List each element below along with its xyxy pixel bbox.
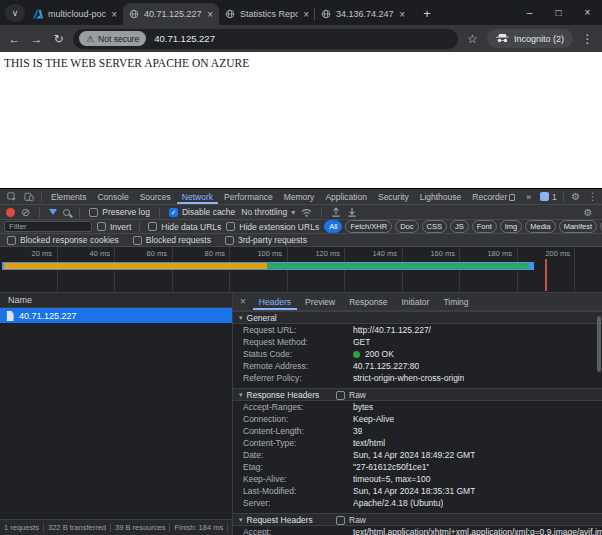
import-har-icon[interactable] [331,207,341,217]
tab-security[interactable]: Security [373,190,414,204]
header-value: strict-origin-when-cross-origin [353,372,464,384]
invert-checkbox[interactable]: Invert [97,222,131,232]
browser-tab-webserver[interactable]: 40.71.125.227 × [123,3,219,25]
header-key: Connection: [243,413,353,425]
hide-data-urls-checkbox[interactable]: Hide data URLs [148,222,221,232]
header-row: Referrer Policy: strict-origin-when-cros… [233,372,602,384]
window-controls: – □ × [515,0,602,25]
not-secure-chip[interactable]: ⚠ Not secure [79,31,146,46]
device-toolbar-icon[interactable] [21,192,37,202]
name-column-header[interactable]: Name [0,293,232,308]
filter-pill-img[interactable]: Img [500,220,523,233]
filter-pill-media[interactable]: Media [525,220,555,233]
details-tab-bar: × Headers Preview Response Initiator Tim… [233,293,602,311]
back-button[interactable]: ← [7,32,22,46]
close-tab-icon[interactable]: × [303,9,309,20]
tab-console[interactable]: Console [92,190,133,204]
close-window-button[interactable]: × [573,7,602,18]
inspect-element-icon[interactable] [4,192,20,202]
raw-checkbox[interactable]: Raw [336,390,366,400]
more-tabs-button[interactable]: » [521,190,536,204]
tab-search-button[interactable]: ∨ [5,4,25,22]
filter-pill-fetch-xhr[interactable]: Fetch/XHR [345,220,392,233]
header-key: Last-Modified: [243,485,353,497]
throttling-select[interactable]: No throttling ▾ [241,207,295,217]
filter-pill-doc[interactable]: Doc [395,220,418,233]
header-row: Content-Length: 39 [233,425,602,437]
record-network-log-button[interactable] [6,208,15,217]
scrollbar[interactable] [597,312,601,534]
network-settings-button[interactable]: ⚙ [580,207,596,218]
reload-button[interactable]: ↻ [51,32,66,46]
bookmark-star-icon[interactable]: ☆ [465,32,480,46]
tab-title: 40.71.125.227 [144,9,202,19]
response-headers-section-header[interactable]: ▾ Response Headers Raw [233,388,602,401]
browser-menu-button[interactable]: ⋮ [580,32,595,46]
minimize-button[interactable]: – [515,7,544,18]
raw-checkbox[interactable]: Raw [336,515,366,525]
tab-lighthouse[interactable]: Lighthouse [415,190,467,204]
filter-input[interactable] [4,221,92,232]
forward-button[interactable]: → [29,32,44,46]
checkbox-icon [225,236,234,245]
blocked-response-cookies-checkbox[interactable]: Blocked response cookies [7,235,119,245]
preserve-log-checkbox[interactable]: Preserve log [89,207,150,217]
tab-performance[interactable]: Performance [219,190,278,204]
header-value: text/html [353,437,385,449]
third-party-requests-checkbox[interactable]: 3rd-party requests [225,235,307,245]
tab-headers[interactable]: Headers [253,294,297,310]
filter-pill-manifest[interactable]: Manifest [559,220,597,233]
tab-sources[interactable]: Sources [135,190,176,204]
issues-button[interactable]: 1 [538,192,559,202]
disable-cache-checkbox[interactable]: ✓ Disable cache [169,207,235,217]
filter-pill-font[interactable]: Font [472,220,497,233]
general-section-header[interactable]: ▾ General [233,311,602,324]
scrollbar-thumb[interactable] [597,316,601,372]
search-icon[interactable] [63,209,70,216]
browser-tab-haproxy-ip[interactable]: 34.136.74.247 × [315,3,411,25]
load-event-line [545,259,547,291]
close-details-button[interactable]: × [240,296,246,307]
tab-application[interactable]: Application [320,190,372,204]
request-name: 40.71.125.227 [19,311,77,321]
clear-network-log-button[interactable]: ⊘ [21,207,30,217]
warning-icon: ⚠ [86,34,94,44]
browser-tab-multicloud[interactable]: multicloud-poc-machine × [27,3,123,25]
devtools-menu-button[interactable]: ⋮ [585,191,601,202]
request-headers-section-header[interactable]: ▾ Request Headers Raw [233,513,602,526]
filter-pill-all[interactable]: All [324,220,342,233]
devtools-settings-button[interactable]: ⚙ [568,191,584,202]
throttling-value: No throttling [241,207,287,217]
address-bar[interactable]: ⚠ Not secure 40.71.125.227 [73,29,458,49]
resources-size: 39 B resources [110,523,169,532]
requests-table: Name 40.71.125.227 [0,293,232,519]
incognito-icon [496,34,509,43]
hide-extension-urls-checkbox[interactable]: Hide extension URLs [226,222,319,232]
request-row[interactable]: 40.71.125.227 [0,308,232,323]
blocked-requests-checkbox[interactable]: Blocked requests [133,235,211,245]
checkbox-icon [336,391,345,400]
network-overview[interactable]: 20 ms 40 ms 60 ms 80 ms 100 ms 120 ms 14… [0,247,602,293]
close-tab-icon[interactable]: × [111,9,117,20]
filter-pill-css[interactable]: CSS [422,220,447,233]
tab-preview[interactable]: Preview [299,294,341,310]
close-tab-icon[interactable]: × [399,9,405,20]
tab-initiator[interactable]: Initiator [396,294,436,310]
browser-tab-statistics[interactable]: Statistics Report for HAP × [219,3,315,25]
filter-icon[interactable] [49,209,57,215]
maximize-button[interactable]: □ [544,7,573,18]
filter-pill-js[interactable]: JS [450,220,469,233]
network-conditions-icon[interactable] [301,207,312,218]
raw-label: Raw [349,515,366,525]
tab-recorder[interactable]: Recorder [467,190,520,204]
tab-elements[interactable]: Elements [46,190,91,204]
timeline-tick: 140 ms [357,249,397,258]
tab-memory[interactable]: Memory [279,190,320,204]
new-tab-button[interactable]: + [417,3,437,23]
divider [41,191,42,202]
tab-network[interactable]: Network [177,190,218,204]
tab-response[interactable]: Response [343,294,393,310]
export-har-icon[interactable] [347,207,357,217]
tab-timing[interactable]: Timing [437,294,474,310]
close-tab-icon[interactable]: × [207,9,213,20]
